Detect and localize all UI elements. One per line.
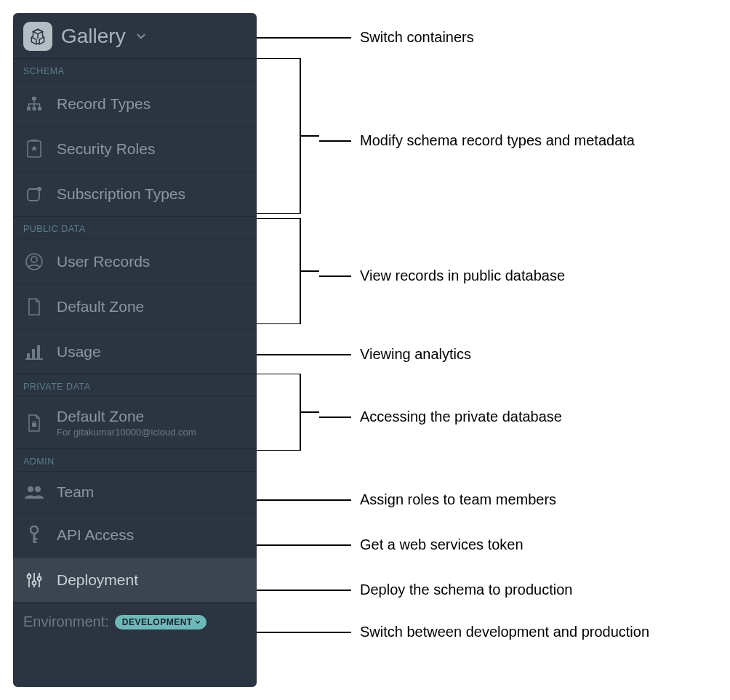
svg-rect-3 [38, 107, 41, 110]
svg-rect-11 [37, 345, 40, 358]
svg-point-14 [28, 486, 33, 492]
svg-rect-2 [33, 107, 36, 110]
sidebar: Gallery SCHEMA Record Types Securit [13, 13, 257, 687]
sidebar-item-security-roles[interactable]: Security Roles [13, 126, 257, 171]
sidebar-item-team[interactable]: Team [13, 471, 257, 512]
chevron-down-icon [135, 31, 146, 41]
document-icon [23, 297, 45, 316]
bar-chart-icon [23, 344, 45, 360]
app-icon [23, 22, 52, 51]
locked-document-icon [23, 414, 45, 433]
callout-private-db: Accessing the private database [351, 409, 562, 425]
chevron-down-icon [195, 619, 201, 625]
svg-rect-9 [27, 353, 30, 358]
nav-sublabel: For gitakumar10000@icloud.com [57, 427, 196, 438]
team-icon [23, 485, 45, 499]
sidebar-item-deployment[interactable]: Deployment [13, 557, 257, 602]
callout-api: Get a web services token [351, 536, 524, 553]
sidebar-item-api-access[interactable]: API Access [13, 512, 257, 557]
nav-label: Security Roles [57, 140, 155, 158]
nav-label: Usage [57, 343, 101, 361]
sidebar-item-user-records[interactable]: User Records [13, 238, 257, 283]
section-header-schema: SCHEMA [13, 58, 257, 81]
callout-switch-containers: Switch containers [351, 29, 474, 46]
sidebar-item-default-zone-public[interactable]: Default Zone [13, 283, 257, 329]
sidebar-item-default-zone-private[interactable]: Default Zone For gitakumar10000@icloud.c… [13, 396, 257, 448]
container-switcher[interactable]: Gallery [13, 13, 257, 58]
section-header-public-data: PUBLIC DATA [13, 216, 257, 238]
sidebar-item-subscription-types[interactable]: Subscription Types [13, 171, 257, 216]
nav-label: Record Types [57, 95, 151, 113]
callout-modify-schema: Modify schema record types and metadata [351, 132, 635, 149]
hierarchy-icon [23, 95, 45, 113]
nav-label: Deployment [57, 571, 138, 589]
environment-bar: Environment: DEVELOPMENT [13, 602, 257, 641]
callout-env: Switch between development and productio… [351, 624, 649, 640]
nav-label: Subscription Types [57, 185, 185, 203]
nav-label: Team [57, 483, 94, 501]
environment-switcher[interactable]: DEVELOPMENT [115, 615, 206, 629]
section-header-private-data: PRIVATE DATA [13, 374, 257, 396]
section-header-admin: ADMIN [13, 448, 257, 471]
svg-rect-18 [33, 538, 38, 540]
svg-rect-12 [25, 358, 43, 360]
callout-team: Assign roles to team members [351, 491, 556, 508]
svg-point-6 [37, 187, 41, 191]
nav-label: Default Zone [57, 408, 196, 425]
svg-rect-0 [32, 97, 36, 100]
key-icon [23, 526, 45, 544]
svg-rect-1 [27, 107, 31, 110]
svg-point-16 [31, 526, 38, 534]
callout-analytics: Viewing analytics [351, 346, 471, 363]
user-circle-icon [23, 252, 45, 271]
callout-view-public: View records in public database [351, 267, 565, 284]
svg-point-15 [35, 486, 41, 492]
nav-label: Default Zone [57, 298, 144, 315]
sidebar-item-usage[interactable]: Usage [13, 329, 257, 374]
sliders-icon [23, 571, 45, 589]
callouts-layer: Switch containers Modify schema record t… [257, 0, 730, 700]
nav-label: User Records [57, 253, 150, 270]
svg-rect-13 [32, 423, 36, 427]
svg-rect-19 [33, 541, 37, 543]
svg-point-24 [33, 581, 36, 584]
container-name: Gallery [61, 25, 126, 48]
svg-point-25 [38, 576, 41, 580]
shield-star-icon [23, 140, 45, 158]
sidebar-item-record-types[interactable]: Record Types [13, 81, 257, 126]
svg-rect-10 [32, 349, 35, 358]
subscription-icon [23, 185, 45, 203]
svg-rect-5 [28, 189, 39, 201]
environment-label: Environment: [23, 613, 109, 630]
svg-point-8 [31, 257, 37, 262]
nav-label: API Access [57, 526, 134, 544]
svg-point-23 [28, 574, 31, 578]
environment-value: DEVELOPMENT [122, 617, 193, 627]
callout-deploy: Deploy the schema to production [351, 582, 572, 598]
